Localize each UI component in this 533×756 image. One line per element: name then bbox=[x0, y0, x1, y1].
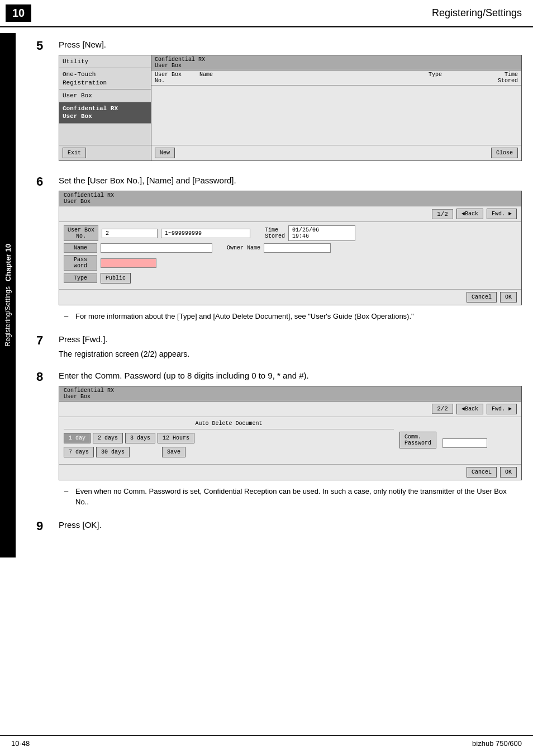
step-8-note: – Even when no Comm. Password is set, Co… bbox=[59, 486, 522, 508]
label-password: Password bbox=[64, 255, 97, 271]
footer-page-number: 10-48 bbox=[11, 739, 30, 748]
step-6-note: – For more information about the [Type] … bbox=[59, 311, 522, 322]
field-ownername bbox=[264, 243, 331, 253]
screen2-title: Confidential RXUser Box bbox=[59, 191, 521, 206]
label-timestored: TimeStored bbox=[265, 227, 285, 239]
step-8: 8 Enter the Comm. Password (up to 8 digi… bbox=[36, 370, 522, 508]
screen3-layout: Auto Delete Document 1 day 2 days 3 days… bbox=[64, 420, 517, 461]
fwd-button-1[interactable]: Fwd. ► bbox=[487, 209, 517, 219]
screen1-footer: New Close bbox=[151, 145, 521, 160]
new-button[interactable]: New bbox=[155, 148, 175, 158]
btn-1day[interactable]: 1 day bbox=[64, 433, 91, 443]
page-footer: 10-48 bizhub 750/600 bbox=[0, 735, 533, 748]
screen2-nav: 1/2 ◄Back Fwd. ► bbox=[59, 206, 521, 222]
comm-password-button[interactable]: Comm.Password bbox=[399, 432, 436, 448]
btn-30days[interactable]: 30 days bbox=[96, 447, 130, 457]
step-6-title: Set the [User Box No.], [Name] and [Pass… bbox=[59, 174, 522, 186]
step-8-content: Enter the Comm. Password (up to 8 digits… bbox=[59, 370, 522, 508]
step-5: 5 Press [New]. Utility One-TouchRegistra… bbox=[36, 39, 522, 163]
screen1-table-body bbox=[151, 86, 521, 145]
step-9: 9 Press [OK]. bbox=[36, 519, 522, 535]
screen2-footer: Cancel OK bbox=[59, 289, 521, 305]
screen2-row-name: Name Owner Name bbox=[64, 243, 517, 253]
btn-save[interactable]: Save bbox=[162, 447, 185, 457]
page-title: Registering/Settings bbox=[432, 7, 522, 19]
footer-product: bizhub 750/600 bbox=[472, 739, 522, 748]
label-ownername: Owner Name bbox=[227, 245, 260, 251]
delete-buttons-row2: 7 days 30 days Save bbox=[64, 447, 394, 457]
screen3-title: Confidential RXUser Box bbox=[59, 386, 521, 401]
page-number-badge: 10 bbox=[6, 4, 31, 22]
step-7-content: Press [Fwd.]. The registration screen (2… bbox=[59, 333, 522, 358]
menu-item-confidential[interactable]: Confidential RXUser Box bbox=[59, 102, 151, 124]
fwd-button-2[interactable]: Fwd. ► bbox=[487, 404, 517, 414]
field-timestored: 01/25/0619:46 bbox=[288, 225, 355, 241]
step-7-subtitle: The registration screen (2/2) appears. bbox=[59, 349, 522, 358]
step-6-note-text: For more information about the [Type] an… bbox=[75, 311, 414, 322]
btn-3days[interactable]: 3 days bbox=[125, 433, 155, 443]
screen2-body: User BoxNo. 2 1~999999999 TimeStored 01/… bbox=[59, 222, 521, 289]
screen2-row-userno: User BoxNo. 2 1~999999999 TimeStored 01/… bbox=[64, 225, 517, 241]
step-7: 7 Press [Fwd.]. The registration screen … bbox=[36, 333, 522, 358]
field-userno-value[interactable]: 2 bbox=[102, 229, 158, 238]
step-8-title: Enter the Comm. Password (up to 8 digits… bbox=[59, 370, 522, 381]
page-indicator-1: 1/2 bbox=[432, 209, 453, 219]
menu-item-utility[interactable]: Utility bbox=[59, 55, 151, 68]
screen-2: Confidential RXUser Box 1/2 ◄Back Fwd. ►… bbox=[59, 191, 522, 305]
sidebar: Chapter 10 Registering/Settings bbox=[0, 33, 31, 557]
screen3-nav: 2/2 ◄Back Fwd. ► bbox=[59, 401, 521, 417]
main-content: 5 Press [New]. Utility One-TouchRegistra… bbox=[31, 33, 533, 557]
menu-item-onetouch[interactable]: One-TouchRegistration bbox=[59, 68, 151, 89]
step-7-title: Press [Fwd.]. bbox=[59, 333, 522, 345]
step-6-content: Set the [User Box No.], [Name] and [Pass… bbox=[59, 174, 522, 322]
comm-password-field[interactable] bbox=[442, 438, 487, 448]
exit-button[interactable]: Exit bbox=[63, 148, 86, 158]
ok-button-2[interactable]: OK bbox=[500, 467, 517, 478]
screen2-row-password: Password bbox=[64, 255, 517, 271]
page-header: 10 Registering/Settings bbox=[0, 0, 533, 27]
col-type: Type bbox=[429, 72, 473, 84]
page-indicator-2: 2/2 bbox=[432, 404, 453, 414]
step-9-content: Press [OK]. bbox=[59, 519, 522, 535]
step-5-content: Press [New]. Utility One-TouchRegistrati… bbox=[59, 39, 522, 163]
screen3-left: Auto Delete Document 1 day 2 days 3 days… bbox=[64, 420, 394, 461]
sidebar-bar: Chapter 10 Registering/Settings bbox=[0, 33, 16, 557]
cancel-button-1[interactable]: Cancel bbox=[467, 292, 497, 303]
btn-7days[interactable]: 7 days bbox=[64, 447, 94, 457]
step-5-title: Press [New]. bbox=[59, 39, 522, 50]
label-userno: User BoxNo. bbox=[64, 225, 98, 241]
screen1-right-panel: Confidential RXUser Box User BoxNo. Name… bbox=[151, 55, 521, 160]
field-userno-range: 1~999999999 bbox=[161, 229, 250, 238]
sidebar-section-label: Registering/Settings bbox=[4, 286, 12, 346]
label-type: Type bbox=[64, 273, 97, 283]
col-userno: User BoxNo. bbox=[155, 72, 199, 84]
screen1-left-panel: Utility One-TouchRegistration User Box C… bbox=[59, 55, 151, 160]
step-7-number: 7 bbox=[36, 333, 59, 348]
field-password[interactable] bbox=[101, 258, 156, 268]
back-button-1[interactable]: ◄Back bbox=[456, 209, 483, 219]
step-8-note-text: Even when no Comm. Password is set, Conf… bbox=[75, 486, 522, 508]
screen3-body: Auto Delete Document 1 day 2 days 3 days… bbox=[59, 417, 521, 464]
btn-12hours[interactable]: 12 Hours bbox=[158, 433, 194, 443]
auto-delete-title: Auto Delete Document bbox=[64, 420, 394, 429]
step-9-number: 9 bbox=[36, 519, 59, 533]
menu-item-userbox[interactable]: User Box bbox=[59, 89, 151, 102]
step-6: 6 Set the [User Box No.], [Name] and [Pa… bbox=[36, 174, 522, 322]
step-9-title: Press [OK]. bbox=[59, 519, 522, 531]
step-5-number: 5 bbox=[36, 39, 59, 53]
screen-3: Confidential RXUser Box 2/2 ◄Back Fwd. ►… bbox=[59, 386, 522, 480]
screen1-table-header: User BoxNo. Name Type TimeStored bbox=[151, 70, 521, 86]
ok-button-1[interactable]: OK bbox=[500, 292, 517, 303]
screen3-footer: CanceL OK bbox=[59, 464, 521, 480]
type-public-button[interactable]: Public bbox=[101, 273, 131, 284]
back-button-2[interactable]: ◄Back bbox=[456, 404, 483, 414]
close-button[interactable]: Close bbox=[491, 148, 518, 158]
field-name[interactable] bbox=[101, 243, 212, 253]
cancel-button-2[interactable]: CanceL bbox=[467, 467, 497, 478]
btn-2days[interactable]: 2 days bbox=[93, 433, 123, 443]
screen-1: Utility One-TouchRegistration User Box C… bbox=[59, 55, 522, 161]
col-name: Name bbox=[199, 72, 429, 84]
col-timestored: TimeStored bbox=[473, 72, 518, 84]
screen2-row-type: Type Public bbox=[64, 273, 517, 284]
screen1-title: Confidential RXUser Box bbox=[151, 55, 521, 70]
